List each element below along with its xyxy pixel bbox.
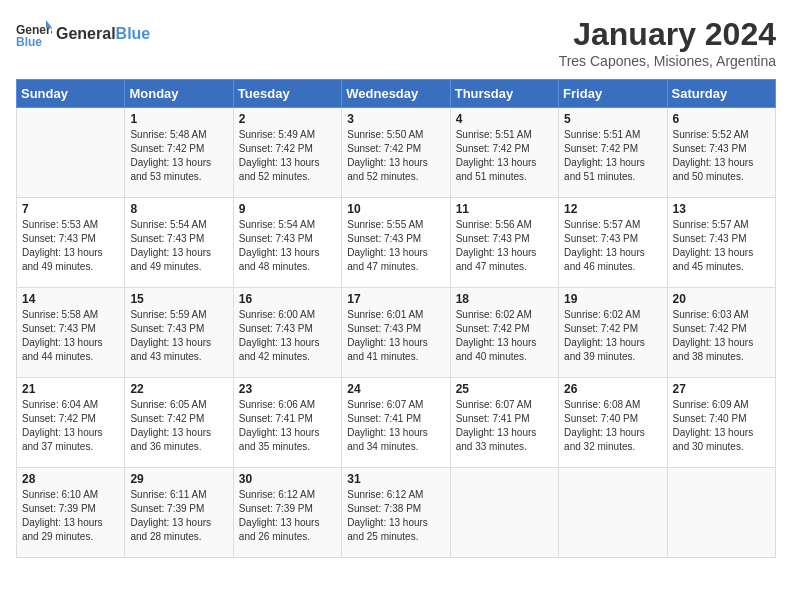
day-info: Sunrise: 5:58 AMSunset: 7:43 PMDaylight:… [22, 308, 119, 364]
calendar-cell: 8Sunrise: 5:54 AMSunset: 7:43 PMDaylight… [125, 198, 233, 288]
calendar-cell [559, 468, 667, 558]
day-info: Sunrise: 5:57 AMSunset: 7:43 PMDaylight:… [673, 218, 770, 274]
day-number: 30 [239, 472, 336, 486]
calendar-cell: 11Sunrise: 5:56 AMSunset: 7:43 PMDayligh… [450, 198, 558, 288]
day-number: 14 [22, 292, 119, 306]
day-info: Sunrise: 5:54 AMSunset: 7:43 PMDaylight:… [130, 218, 227, 274]
week-row-3: 14Sunrise: 5:58 AMSunset: 7:43 PMDayligh… [17, 288, 776, 378]
week-row-4: 21Sunrise: 6:04 AMSunset: 7:42 PMDayligh… [17, 378, 776, 468]
day-info: Sunrise: 6:11 AMSunset: 7:39 PMDaylight:… [130, 488, 227, 544]
calendar-cell: 20Sunrise: 6:03 AMSunset: 7:42 PMDayligh… [667, 288, 775, 378]
day-info: Sunrise: 6:08 AMSunset: 7:40 PMDaylight:… [564, 398, 661, 454]
day-number: 13 [673, 202, 770, 216]
calendar-cell: 25Sunrise: 6:07 AMSunset: 7:41 PMDayligh… [450, 378, 558, 468]
logo-blue: Blue [116, 25, 151, 42]
calendar-cell: 16Sunrise: 6:00 AMSunset: 7:43 PMDayligh… [233, 288, 341, 378]
day-number: 24 [347, 382, 444, 396]
calendar-cell: 12Sunrise: 5:57 AMSunset: 7:43 PMDayligh… [559, 198, 667, 288]
day-number: 12 [564, 202, 661, 216]
calendar-cell: 2Sunrise: 5:49 AMSunset: 7:42 PMDaylight… [233, 108, 341, 198]
day-number: 11 [456, 202, 553, 216]
calendar-cell: 4Sunrise: 5:51 AMSunset: 7:42 PMDaylight… [450, 108, 558, 198]
day-info: Sunrise: 5:50 AMSunset: 7:42 PMDaylight:… [347, 128, 444, 184]
day-number: 1 [130, 112, 227, 126]
day-info: Sunrise: 6:05 AMSunset: 7:42 PMDaylight:… [130, 398, 227, 454]
day-number: 10 [347, 202, 444, 216]
day-info: Sunrise: 6:12 AMSunset: 7:39 PMDaylight:… [239, 488, 336, 544]
day-number: 20 [673, 292, 770, 306]
weekday-header-tuesday: Tuesday [233, 80, 341, 108]
day-info: Sunrise: 6:01 AMSunset: 7:43 PMDaylight:… [347, 308, 444, 364]
day-number: 7 [22, 202, 119, 216]
day-number: 31 [347, 472, 444, 486]
day-info: Sunrise: 5:53 AMSunset: 7:43 PMDaylight:… [22, 218, 119, 274]
calendar-cell: 13Sunrise: 5:57 AMSunset: 7:43 PMDayligh… [667, 198, 775, 288]
logo-icon: General Blue [16, 16, 52, 52]
weekday-header-monday: Monday [125, 80, 233, 108]
day-info: Sunrise: 5:48 AMSunset: 7:42 PMDaylight:… [130, 128, 227, 184]
calendar-cell: 24Sunrise: 6:07 AMSunset: 7:41 PMDayligh… [342, 378, 450, 468]
day-number: 18 [456, 292, 553, 306]
calendar-cell [17, 108, 125, 198]
calendar-cell: 26Sunrise: 6:08 AMSunset: 7:40 PMDayligh… [559, 378, 667, 468]
weekday-header-row: SundayMondayTuesdayWednesdayThursdayFrid… [17, 80, 776, 108]
calendar-cell: 9Sunrise: 5:54 AMSunset: 7:43 PMDaylight… [233, 198, 341, 288]
week-row-5: 28Sunrise: 6:10 AMSunset: 7:39 PMDayligh… [17, 468, 776, 558]
day-number: 16 [239, 292, 336, 306]
calendar-cell: 1Sunrise: 5:48 AMSunset: 7:42 PMDaylight… [125, 108, 233, 198]
calendar-cell [450, 468, 558, 558]
calendar-cell: 14Sunrise: 5:58 AMSunset: 7:43 PMDayligh… [17, 288, 125, 378]
weekday-header-sunday: Sunday [17, 80, 125, 108]
week-row-2: 7Sunrise: 5:53 AMSunset: 7:43 PMDaylight… [17, 198, 776, 288]
day-number: 21 [22, 382, 119, 396]
calendar-cell: 30Sunrise: 6:12 AMSunset: 7:39 PMDayligh… [233, 468, 341, 558]
day-info: Sunrise: 6:10 AMSunset: 7:39 PMDaylight:… [22, 488, 119, 544]
calendar-cell: 15Sunrise: 5:59 AMSunset: 7:43 PMDayligh… [125, 288, 233, 378]
day-info: Sunrise: 5:56 AMSunset: 7:43 PMDaylight:… [456, 218, 553, 274]
weekday-header-saturday: Saturday [667, 80, 775, 108]
day-info: Sunrise: 5:49 AMSunset: 7:42 PMDaylight:… [239, 128, 336, 184]
calendar-cell: 19Sunrise: 6:02 AMSunset: 7:42 PMDayligh… [559, 288, 667, 378]
day-number: 26 [564, 382, 661, 396]
calendar-cell: 10Sunrise: 5:55 AMSunset: 7:43 PMDayligh… [342, 198, 450, 288]
day-number: 17 [347, 292, 444, 306]
calendar-cell: 29Sunrise: 6:11 AMSunset: 7:39 PMDayligh… [125, 468, 233, 558]
day-info: Sunrise: 6:06 AMSunset: 7:41 PMDaylight:… [239, 398, 336, 454]
day-info: Sunrise: 5:55 AMSunset: 7:43 PMDaylight:… [347, 218, 444, 274]
calendar-table: SundayMondayTuesdayWednesdayThursdayFrid… [16, 79, 776, 558]
day-number: 3 [347, 112, 444, 126]
calendar-cell: 7Sunrise: 5:53 AMSunset: 7:43 PMDaylight… [17, 198, 125, 288]
day-info: Sunrise: 6:04 AMSunset: 7:42 PMDaylight:… [22, 398, 119, 454]
day-number: 22 [130, 382, 227, 396]
day-info: Sunrise: 6:00 AMSunset: 7:43 PMDaylight:… [239, 308, 336, 364]
day-number: 19 [564, 292, 661, 306]
calendar-cell: 5Sunrise: 5:51 AMSunset: 7:42 PMDaylight… [559, 108, 667, 198]
day-number: 15 [130, 292, 227, 306]
calendar-cell: 31Sunrise: 6:12 AMSunset: 7:38 PMDayligh… [342, 468, 450, 558]
day-info: Sunrise: 6:02 AMSunset: 7:42 PMDaylight:… [456, 308, 553, 364]
day-number: 25 [456, 382, 553, 396]
svg-text:Blue: Blue [16, 35, 42, 49]
day-info: Sunrise: 5:51 AMSunset: 7:42 PMDaylight:… [564, 128, 661, 184]
day-info: Sunrise: 5:57 AMSunset: 7:43 PMDaylight:… [564, 218, 661, 274]
day-info: Sunrise: 6:02 AMSunset: 7:42 PMDaylight:… [564, 308, 661, 364]
day-info: Sunrise: 6:09 AMSunset: 7:40 PMDaylight:… [673, 398, 770, 454]
page-header: General Blue GeneralBlue January 2024 Tr… [16, 16, 776, 69]
calendar-cell: 28Sunrise: 6:10 AMSunset: 7:39 PMDayligh… [17, 468, 125, 558]
day-info: Sunrise: 6:07 AMSunset: 7:41 PMDaylight:… [456, 398, 553, 454]
day-info: Sunrise: 5:59 AMSunset: 7:43 PMDaylight:… [130, 308, 227, 364]
day-number: 9 [239, 202, 336, 216]
calendar-cell: 6Sunrise: 5:52 AMSunset: 7:43 PMDaylight… [667, 108, 775, 198]
logo-general: General [56, 25, 116, 42]
weekday-header-thursday: Thursday [450, 80, 558, 108]
day-number: 23 [239, 382, 336, 396]
week-row-1: 1Sunrise: 5:48 AMSunset: 7:42 PMDaylight… [17, 108, 776, 198]
calendar-cell: 21Sunrise: 6:04 AMSunset: 7:42 PMDayligh… [17, 378, 125, 468]
calendar-cell: 18Sunrise: 6:02 AMSunset: 7:42 PMDayligh… [450, 288, 558, 378]
day-number: 2 [239, 112, 336, 126]
calendar-cell: 23Sunrise: 6:06 AMSunset: 7:41 PMDayligh… [233, 378, 341, 468]
day-number: 5 [564, 112, 661, 126]
day-number: 27 [673, 382, 770, 396]
day-number: 28 [22, 472, 119, 486]
day-info: Sunrise: 6:12 AMSunset: 7:38 PMDaylight:… [347, 488, 444, 544]
